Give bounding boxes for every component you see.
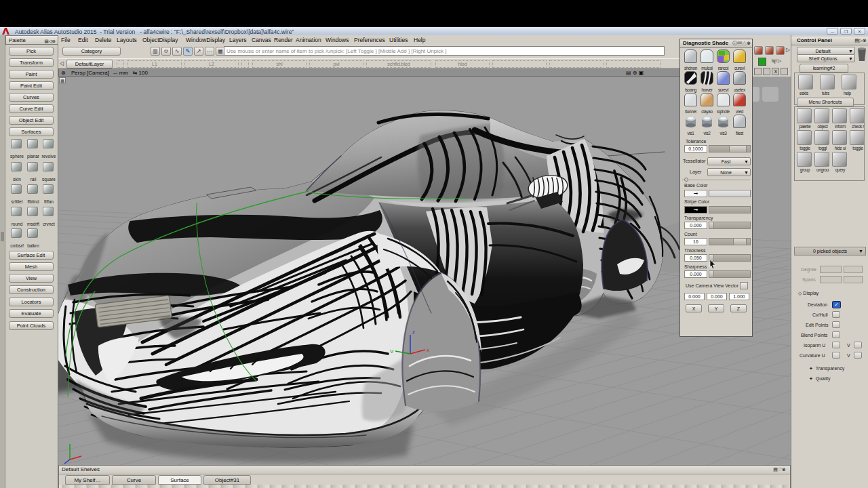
svg-text:V: V [390, 348, 394, 354]
svg-text:z: z [412, 329, 415, 335]
svg-text:x: x [427, 347, 429, 353]
